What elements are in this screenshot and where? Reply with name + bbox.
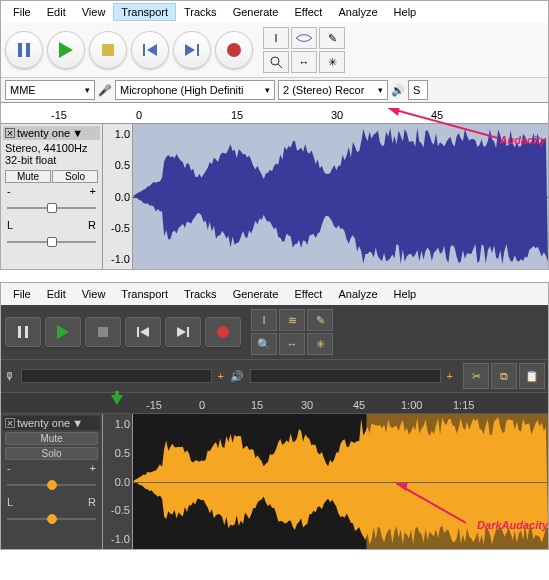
timeshift-tool[interactable]: ↔ [279, 333, 305, 355]
timeshift-tool[interactable]: ↔ [291, 51, 317, 73]
darkaudacity-app: File Edit View Transport Tracks Generate… [0, 282, 549, 550]
record-button[interactable] [215, 31, 253, 69]
menu-help[interactable]: Help [386, 285, 425, 303]
zoom-tool[interactable] [263, 51, 289, 73]
mute-button[interactable]: Mute [5, 432, 98, 445]
play-button[interactable] [47, 31, 85, 69]
tools-grid: I ≋ ✎ 🔍 ↔ ✳ [251, 309, 333, 355]
menu-generate[interactable]: Generate [225, 285, 287, 303]
menu-analyze[interactable]: Analyze [330, 3, 385, 21]
menu-transport[interactable]: Transport [113, 3, 176, 21]
multi-tool[interactable]: ✳ [319, 51, 345, 73]
device-toolbar: MME▾ 🎤 Microphone (High Definiti▾ 2 (Ste… [1, 77, 548, 102]
play-meter[interactable] [250, 369, 441, 383]
close-icon[interactable]: × [5, 128, 15, 138]
transport-toolbar: I ≋ ✎ 🔍 ↔ ✳ [1, 305, 548, 359]
menu-help[interactable]: Help [386, 3, 425, 21]
menu-file[interactable]: File [5, 285, 39, 303]
menu-analyze[interactable]: Analyze [330, 285, 385, 303]
menu-edit[interactable]: Edit [39, 3, 74, 21]
track-row: × twenty one ▼ Mute Solo -+ LR 1.0 0.5 0… [1, 414, 548, 549]
svg-rect-13 [18, 326, 21, 338]
track-header[interactable]: × twenty one ▼ [3, 126, 100, 140]
draw-tool[interactable]: ✎ [307, 309, 333, 331]
menu-view[interactable]: View [74, 285, 114, 303]
edit-toolbar: ✂ ⧉ 📋 [463, 363, 545, 389]
record-button[interactable] [205, 317, 241, 347]
svg-marker-15 [57, 325, 69, 339]
device-dropdown[interactable]: Microphone (High Definiti▾ [115, 80, 275, 100]
multi-tool[interactable]: ✳ [307, 333, 333, 355]
cut-button[interactable]: ✂ [463, 363, 489, 389]
track-header[interactable]: × twenty one ▼ [3, 416, 100, 430]
solo-button[interactable]: Solo [5, 447, 98, 460]
skip-start-button[interactable] [125, 317, 161, 347]
envelope-tool[interactable]: ≋ [279, 309, 305, 331]
chevron-down-icon[interactable]: ▼ [72, 417, 83, 429]
svg-marker-2 [59, 42, 73, 58]
host-dropdown[interactable]: MME▾ [5, 80, 95, 100]
pause-button[interactable] [5, 31, 43, 69]
meter-toolbar: 🎙 + 🔊 + ✂ ⧉ 📋 [1, 359, 548, 392]
mute-button[interactable]: Mute [5, 170, 51, 183]
paste-button[interactable]: 📋 [519, 363, 545, 389]
stop-button[interactable] [85, 317, 121, 347]
menu-file[interactable]: File [5, 3, 39, 21]
chevron-down-icon[interactable]: ▼ [72, 127, 83, 139]
track-name: twenty one [17, 127, 70, 139]
skip-start-button[interactable] [131, 31, 169, 69]
copy-button[interactable]: ⧉ [491, 363, 517, 389]
envelope-tool[interactable] [291, 27, 317, 49]
menu-view[interactable]: View [74, 3, 114, 21]
stop-button[interactable] [89, 31, 127, 69]
svg-rect-20 [187, 327, 189, 337]
playhead-pin-icon[interactable] [111, 391, 123, 405]
svg-rect-14 [25, 326, 28, 338]
menu-bar: File Edit View Transport Tracks Generate… [1, 283, 548, 305]
selection-tool[interactable]: I [251, 309, 277, 331]
svg-point-21 [217, 326, 229, 338]
pause-button[interactable] [5, 317, 41, 347]
svg-point-8 [227, 43, 241, 57]
skip-end-button[interactable] [173, 31, 211, 69]
svg-marker-6 [185, 44, 195, 56]
pan-slider[interactable] [7, 512, 96, 526]
svg-rect-3 [102, 44, 114, 56]
speaker-icon: 🔊 [230, 370, 244, 383]
menu-effect[interactable]: Effect [287, 3, 331, 21]
output-dropdown[interactable]: S [408, 80, 428, 100]
svg-marker-19 [177, 327, 186, 337]
zoom-tool[interactable]: 🔍 [251, 333, 277, 355]
vscale: 1.0 0.5 0.0 -0.5 -1.0 [103, 124, 133, 269]
menu-tracks[interactable]: Tracks [176, 285, 225, 303]
menu-edit[interactable]: Edit [39, 285, 74, 303]
menu-bar: File Edit View Transport Tracks Generate… [1, 1, 548, 23]
solo-button[interactable]: Solo [52, 170, 98, 183]
rec-meter[interactable] [21, 369, 212, 383]
channels-dropdown[interactable]: 2 (Stereo) Recor▾ [278, 80, 388, 100]
svg-marker-12 [388, 108, 400, 116]
svg-marker-22 [111, 395, 123, 405]
audacity-app: File Edit View Transport Tracks Generate… [0, 0, 549, 270]
track-name: twenty one [17, 417, 70, 429]
play-button[interactable] [45, 317, 81, 347]
svg-marker-26 [396, 483, 408, 491]
svg-rect-0 [18, 43, 22, 57]
skip-end-button[interactable] [165, 317, 201, 347]
selection-tool[interactable]: I [263, 27, 289, 49]
draw-tool[interactable]: ✎ [319, 27, 345, 49]
menu-transport[interactable]: Transport [113, 285, 176, 303]
pan-slider[interactable] [7, 235, 96, 249]
gain-slider[interactable] [7, 201, 96, 215]
menu-generate[interactable]: Generate [225, 3, 287, 21]
svg-line-10 [278, 64, 282, 68]
close-icon[interactable]: × [5, 418, 15, 428]
mic-icon: 🎙 [4, 370, 15, 382]
svg-rect-1 [26, 43, 30, 57]
gain-slider[interactable] [7, 478, 96, 492]
transport-toolbar: I ✎ ↔ ✳ [1, 23, 548, 77]
timeline-ruler[interactable]: -15 0 15 30 45 1:00 1:15 [1, 392, 548, 414]
svg-line-11 [388, 108, 498, 138]
menu-effect[interactable]: Effect [287, 285, 331, 303]
menu-tracks[interactable]: Tracks [176, 3, 225, 21]
